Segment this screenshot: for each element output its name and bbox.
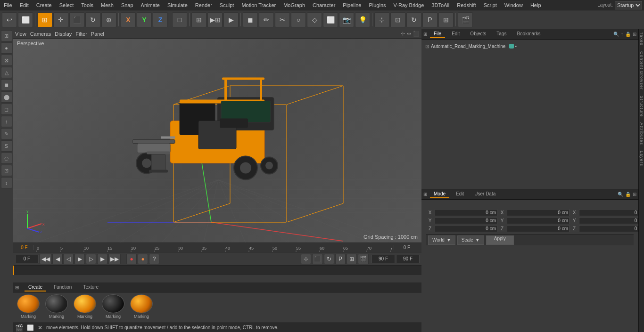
left-pen-button[interactable]: ✎	[1, 128, 12, 139]
attr-userdata-tab[interactable]: User Data	[471, 190, 499, 198]
objects-objects-tab[interactable]: Objects	[466, 30, 490, 38]
render-region-button[interactable]: ⊞	[191, 12, 206, 27]
coord-y-scale-input[interactable]	[507, 217, 570, 224]
attr-mode-tab[interactable]: Mode	[430, 190, 449, 198]
viewport-maximize-icon[interactable]: ⬛	[413, 31, 420, 37]
axis-y-button[interactable]: Y	[137, 12, 152, 27]
transform-button[interactable]: ⊕	[101, 12, 116, 27]
left-subdivide-button[interactable]: ⊠	[1, 55, 12, 66]
pivot-tool-button[interactable]: P	[335, 254, 346, 264]
move-tool-button[interactable]: ⊹	[301, 254, 311, 264]
pen-button[interactable]: ✏	[259, 12, 274, 27]
frame-end-button[interactable]: ▶▶	[108, 254, 121, 264]
select-model-button[interactable]: ⊞	[37, 12, 52, 27]
side-tab-takes[interactable]: Takes	[638, 29, 644, 49]
menu-mograph[interactable]: MoGraph	[280, 1, 309, 9]
side-tab-content-browser[interactable]: Content Browser	[638, 49, 644, 93]
coord-x-rot-input[interactable]	[579, 209, 638, 216]
material-preview-0[interactable]	[17, 294, 40, 313]
rotate-button[interactable]: ↻	[85, 12, 100, 27]
scale-button[interactable]: ⬛	[69, 12, 84, 27]
search-icon[interactable]: 🔍	[613, 32, 619, 37]
material-function-tab[interactable]: Function	[50, 283, 75, 292]
lock-icon[interactable]: 🔒	[625, 32, 631, 37]
keyframe-button[interactable]: ?	[149, 254, 159, 264]
end-frame-input[interactable]	[372, 255, 395, 263]
arrow-up-icon[interactable]: ↑	[621, 32, 623, 37]
material-preview-1[interactable]	[45, 294, 68, 313]
menu-sculpt[interactable]: Sculpt	[216, 1, 238, 9]
status-icon-close[interactable]: ✕	[38, 324, 42, 331]
frame-fwd-step-button[interactable]: ▷	[86, 254, 96, 264]
menu-animate[interactable]: Animate	[137, 1, 164, 9]
light-button[interactable]: 💡	[355, 12, 370, 27]
frame-next-button[interactable]: ▶	[97, 254, 107, 264]
viewport-cameras-menu[interactable]: Cameras	[30, 31, 51, 37]
viewport-panel-menu[interactable]: Panel	[91, 31, 104, 37]
left-circle-button[interactable]: ◌	[1, 153, 12, 164]
camera-button[interactable]: 📷	[339, 12, 354, 27]
menu-snap[interactable]: Snap	[117, 1, 137, 9]
menu-file[interactable]: File	[0, 1, 16, 9]
viewport-filter-menu[interactable]: Filter	[75, 31, 87, 37]
viewport-3d[interactable]: Perspective Grid Spacing : 1000 cm X Y Z	[13, 39, 421, 243]
viewport-display-menu[interactable]: Display	[55, 31, 72, 37]
menu-render[interactable]: Render	[191, 1, 216, 9]
viewport-expand-icon[interactable]: ⊹	[401, 31, 405, 37]
status-icon-film[interactable]: 🎬	[15, 324, 23, 332]
object-mode-button[interactable]: □	[172, 12, 187, 27]
left-arrow-button[interactable]: ↑	[1, 116, 12, 127]
side-tab-layers[interactable]: Layers	[638, 148, 644, 169]
attr-expand-icon[interactable]: ⊞	[633, 192, 636, 197]
viewport-arrows-icon[interactable]: ⇔	[407, 31, 411, 37]
preview-end-input[interactable]	[396, 255, 420, 263]
anim-tool-button[interactable]: 🎬	[358, 254, 369, 264]
left-select-button[interactable]: ⊞	[1, 30, 12, 41]
autokey-button[interactable]: ●	[138, 254, 148, 264]
axis-x-button[interactable]: X	[121, 12, 136, 27]
redo-button[interactable]: ⬜	[18, 12, 33, 27]
render-button[interactable]: ▶	[223, 12, 239, 27]
cube-button[interactable]: ◼	[243, 12, 258, 27]
material-preview-3[interactable]	[102, 294, 124, 313]
axis-z-button[interactable]: Z	[153, 12, 168, 27]
knife-button[interactable]: ✂	[275, 12, 290, 27]
menu-window[interactable]: Window	[501, 1, 527, 9]
menu-pipeline[interactable]: Pipeline	[339, 1, 365, 9]
expand-icon[interactable]: ⊞	[633, 32, 636, 37]
objects-edit-tab[interactable]: Edit	[448, 30, 463, 38]
left-morph-button[interactable]: ↕	[1, 177, 12, 188]
material-texture-tab[interactable]: Texture	[79, 283, 102, 292]
left-texture-button[interactable]: ⊡	[1, 165, 12, 176]
coord-y-pos-input[interactable]	[435, 217, 497, 224]
coord-y-rot-input[interactable]	[579, 217, 638, 224]
coord-x-pos-input[interactable]	[435, 209, 497, 216]
status-icon-square[interactable]: ⬜	[27, 324, 34, 331]
menu-help[interactable]: Help	[527, 1, 545, 9]
menu-motion-tracker[interactable]: Motion Tracker	[238, 1, 280, 9]
attr-search-icon[interactable]: 🔍	[618, 192, 623, 197]
anim-button[interactable]: 🎬	[458, 12, 473, 27]
world-dropdown[interactable]: World ▼	[428, 235, 455, 245]
object-row-machine[interactable]: ⊡ Automatic_Road_Marking_Machine •	[423, 41, 636, 51]
undo-button[interactable]: ↩	[2, 12, 17, 27]
mirror-button[interactable]: ⬜	[323, 12, 338, 27]
loop-button[interactable]: ○	[291, 12, 306, 27]
play-button[interactable]: ▶	[74, 254, 85, 264]
coord-z-scale-input[interactable]	[507, 225, 570, 232]
material-item-4[interactable]: Marking	[128, 294, 155, 321]
material-item-0[interactable]: Marking	[15, 294, 41, 321]
menu-character[interactable]: Character	[309, 1, 339, 9]
material-preview-4[interactable]	[130, 294, 153, 313]
coord-x-scale-input[interactable]	[507, 209, 570, 216]
material-create-tab[interactable]: Create	[25, 283, 46, 292]
menu-simulate[interactable]: Simulate	[164, 1, 191, 9]
frame-start-button[interactable]: ◀◀	[40, 254, 52, 264]
start-frame-input[interactable]	[15, 255, 39, 263]
objects-file-tab[interactable]: File	[430, 30, 445, 38]
menu-mesh[interactable]: Mesh	[97, 1, 117, 9]
menu-edit[interactable]: Edit	[16, 1, 33, 9]
record-button[interactable]: ●	[126, 254, 137, 264]
menu-select[interactable]: Select	[56, 1, 78, 9]
viewport-view-menu[interactable]: View	[15, 31, 26, 37]
